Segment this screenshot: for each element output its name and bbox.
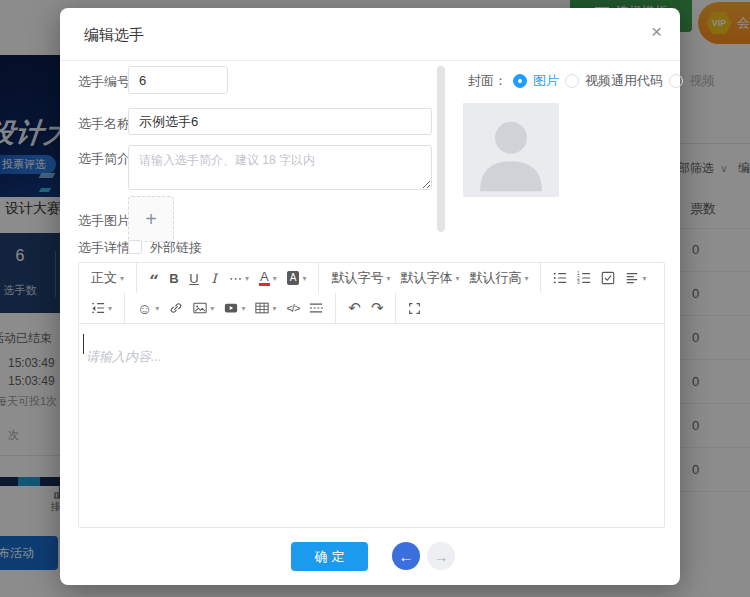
table-icon (255, 301, 269, 315)
todo-list-icon (601, 271, 615, 285)
image-upload-button[interactable]: + (128, 196, 174, 242)
detail-field-label: 选手详情 (78, 239, 130, 257)
font-family-label: 默认字体 (400, 269, 452, 287)
chevron-down-icon: ▾ (120, 274, 124, 283)
cover-option-embed-label[interactable]: 视频通用代码 (585, 72, 663, 90)
prev-contestant-button[interactable]: ← (392, 542, 420, 570)
italic-icon: I (211, 271, 216, 286)
indent-icon (91, 301, 105, 315)
unordered-list-button[interactable] (548, 266, 572, 290)
edit-contestant-modal: 编辑选手 × 选手编号 选手名称 选手简介 选手图片 + 选手详情 外部链接 封… (60, 8, 680, 585)
editor-toolbar: 正文 ▾ “ B U I ⋯ ▾ A ▾ (79, 263, 664, 324)
code-icon: </> (286, 302, 299, 314)
video-dropdown[interactable]: ▾ (219, 296, 250, 320)
divider-button[interactable] (304, 296, 328, 320)
external-link-checkbox[interactable] (128, 240, 142, 254)
code-button[interactable]: </> (281, 296, 304, 320)
todo-list-button[interactable] (596, 266, 620, 290)
table-dropdown[interactable]: ▾ (250, 296, 281, 320)
chevron-down-icon: ▾ (108, 304, 112, 313)
chevron-down-icon: ▾ (273, 274, 277, 283)
cover-option-image-label[interactable]: 图片 (533, 72, 559, 90)
external-link-label: 外部链接 (150, 239, 202, 257)
editor-placeholder: 请输入内容... (86, 348, 162, 366)
confirm-button[interactable]: 确定 (291, 542, 368, 571)
editor-content-area[interactable]: 请输入内容... (79, 324, 664, 528)
chevron-down-icon: ▾ (524, 274, 528, 283)
cover-option-image-radio[interactable] (513, 74, 527, 88)
divider (60, 60, 680, 61)
bold-icon: B (169, 271, 178, 286)
font-color-icon: A (259, 271, 270, 286)
link-button[interactable] (164, 296, 188, 320)
modal-title: 编辑选手 (84, 26, 144, 45)
arrow-right-icon: → (434, 548, 449, 565)
name-input[interactable] (128, 108, 432, 135)
text-cursor (83, 334, 84, 354)
align-dropdown[interactable]: ▾ (620, 266, 651, 290)
fullscreen-button[interactable] (403, 296, 426, 320)
cover-option-video-radio[interactable] (669, 74, 683, 88)
italic-button[interactable]: I (204, 266, 224, 290)
cover-option-video-label[interactable]: 视频 (689, 72, 715, 90)
ordered-list-icon: 123 (577, 271, 591, 285)
image-icon (193, 301, 207, 315)
font-size-dropdown[interactable]: 默认字号 ▾ (326, 266, 395, 290)
arrow-left-icon: ← (399, 548, 414, 565)
blockquote-button[interactable]: “ (144, 266, 164, 290)
quote-icon: “ (149, 276, 159, 286)
avatar-silhouette-icon (463, 103, 559, 197)
unordered-list-icon (553, 271, 567, 285)
cover-option-embed-radio[interactable] (565, 74, 579, 88)
rich-text-editor: 正文 ▾ “ B U I ⋯ ▾ A ▾ (78, 262, 665, 528)
horizontal-rule-icon (309, 301, 323, 315)
cover-image-placeholder[interactable] (463, 103, 559, 197)
number-field-label: 选手编号 (78, 73, 130, 91)
paragraph-style-label: 正文 (91, 269, 117, 287)
chevron-down-icon: ▾ (241, 304, 245, 313)
more-icon: ⋯ (229, 271, 242, 286)
emoji-icon: ☺ (137, 300, 152, 317)
bg-color-icon: A (287, 271, 300, 285)
number-input[interactable] (128, 66, 228, 94)
indent-dropdown[interactable]: ▾ (86, 296, 117, 320)
cover-radio-group: 封面： 图片 视频通用代码 视频 (468, 72, 715, 90)
cover-label: 封面： (468, 72, 507, 90)
chevron-down-icon: ▾ (245, 274, 249, 283)
chevron-down-icon: ▾ (272, 304, 276, 313)
fullscreen-icon (408, 302, 421, 315)
redo-button[interactable]: ↷ (366, 296, 389, 320)
svg-text:3: 3 (577, 280, 580, 285)
emoji-dropdown[interactable]: ☺ ▾ (132, 296, 164, 320)
chevron-down-icon: ▾ (155, 304, 159, 313)
next-contestant-button[interactable]: → (427, 542, 455, 570)
line-height-label: 默认行高 (469, 269, 521, 287)
image-field-label: 选手图片 (78, 212, 130, 230)
bg-color-dropdown[interactable]: A ▾ (282, 266, 312, 290)
chevron-down-icon: ▾ (210, 304, 214, 313)
redo-icon: ↷ (371, 299, 384, 317)
intro-textarea[interactable] (128, 145, 432, 190)
font-family-dropdown[interactable]: 默认字体 ▾ (395, 266, 464, 290)
font-color-dropdown[interactable]: A ▾ (254, 266, 282, 290)
close-icon[interactable]: × (651, 22, 662, 41)
image-dropdown[interactable]: ▾ (188, 296, 219, 320)
font-size-label: 默认字号 (331, 269, 383, 287)
bold-button[interactable]: B (164, 266, 184, 290)
link-icon (169, 301, 183, 315)
chevron-down-icon: ▾ (302, 274, 306, 283)
paragraph-style-dropdown[interactable]: 正文 ▾ (86, 266, 129, 290)
line-height-dropdown[interactable]: 默认行高 ▾ (464, 266, 533, 290)
chevron-down-icon: ▾ (455, 274, 459, 283)
underline-icon: U (189, 271, 198, 286)
plus-icon: + (145, 208, 157, 231)
chevron-down-icon: ▾ (386, 274, 390, 283)
undo-icon: ↶ (348, 299, 361, 317)
name-field-label: 选手名称 (78, 115, 130, 133)
underline-button[interactable]: U (184, 266, 204, 290)
video-icon (224, 301, 238, 315)
form-scrollbar[interactable] (437, 66, 445, 232)
ordered-list-button[interactable]: 123 (572, 266, 596, 290)
more-styles-dropdown[interactable]: ⋯ ▾ (224, 266, 254, 290)
undo-button[interactable]: ↶ (343, 296, 366, 320)
